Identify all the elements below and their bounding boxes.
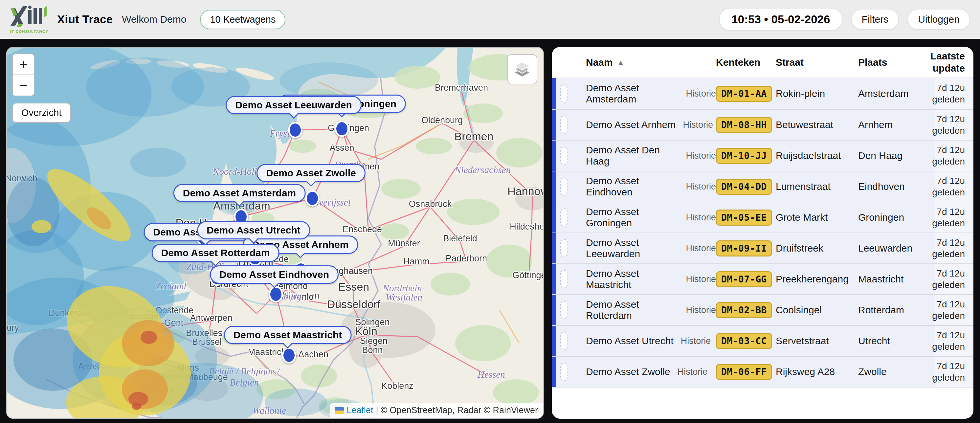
asset-tooltip[interactable]: Demo Asset Utrecht <box>197 221 310 239</box>
update-age-suffix: geleden <box>932 279 965 291</box>
street-name: Servetstraat <box>776 335 829 347</box>
straat-cell: Coolsingel <box>776 295 858 325</box>
overview-button[interactable]: Overzicht <box>12 103 71 123</box>
kenteken-cell: DM-05-EE <box>716 202 776 232</box>
row-drag-handle[interactable] <box>560 146 568 165</box>
app-title: Xiut Trace <box>57 13 113 26</box>
column-header-kenteken[interactable]: Kenteken <box>716 57 776 68</box>
asset-tooltip[interactable]: Demo Asset Eindhoven <box>210 266 339 284</box>
historie-link[interactable]: Historie <box>686 213 716 223</box>
attribution-text: | © OpenStreetMap, Radar © RainViewer <box>376 405 538 415</box>
street-name: Druifstreek <box>776 243 823 254</box>
plaats-cell: Rotterdam <box>858 295 935 325</box>
column-header-plaats[interactable]: Plaats <box>858 57 935 68</box>
row-drag-handle[interactable] <box>560 239 568 258</box>
row-drag-handle[interactable] <box>560 332 568 350</box>
historie-link[interactable]: Historie <box>678 367 708 377</box>
row-handle-cell <box>556 78 586 109</box>
straat-cell: Grote Markt <box>776 202 858 232</box>
straat-cell: Druifstreek <box>776 233 858 263</box>
zoom-out-button[interactable]: − <box>13 75 34 95</box>
laatste-update-cell: 7d 12ugeleden <box>935 202 974 232</box>
asset-name: Demo Asset Zwolle <box>586 366 670 377</box>
asset-tooltip[interactable]: Demo Asset Amsterdam <box>173 184 306 202</box>
update-age: 7d 12u <box>937 175 965 186</box>
table-row[interactable]: Demo Asset LeeuwardenHistorieDM-09-IIDru… <box>552 232 974 263</box>
historie-link[interactable]: Historie <box>686 274 716 285</box>
asset-name-cell: Demo Asset GroningenHistorie <box>586 202 716 232</box>
asset-name-cell: Demo Asset ArnhemHistorie <box>586 110 716 140</box>
xiut-logo-subtext: IT CONSULTANCY <box>10 30 49 33</box>
table-row[interactable]: Demo Asset ZwolleHistorieDM-06-FFRijkswe… <box>552 356 974 387</box>
row-drag-handle[interactable] <box>560 177 568 196</box>
leaflet-link[interactable]: Leaflet <box>347 405 373 415</box>
historie-link[interactable]: Historie <box>681 336 711 346</box>
logout-button[interactable]: Uitloggen <box>907 9 970 30</box>
asset-tooltip[interactable]: Demo Asset Rotterdam <box>152 244 280 262</box>
asset-tooltip[interactable]: Demo Asset Leeuwarden <box>226 96 361 114</box>
street-name: Ruijsdaelstraat <box>776 150 841 161</box>
table-row[interactable]: Demo Asset AmsterdamHistorieDM-01-AARoki… <box>552 78 974 109</box>
historie-link[interactable]: Historie <box>686 89 716 99</box>
table-row[interactable]: Demo Asset UtrechtHistorieDM-03-CCServet… <box>552 325 974 356</box>
update-age: 7d 12u <box>937 113 965 125</box>
place-name: Zwolle <box>858 366 887 377</box>
row-drag-handle[interactable] <box>560 363 568 381</box>
table-row[interactable]: Demo Asset MaastrichtHistorieDM-07-GGPre… <box>552 263 974 294</box>
column-header-straat[interactable]: Straat <box>776 57 858 68</box>
asset-marker[interactable] <box>282 347 296 364</box>
historie-link[interactable]: Historie <box>683 120 713 130</box>
asset-marker[interactable] <box>305 190 320 207</box>
street-name: Lumenstraat <box>776 181 830 192</box>
filters-button[interactable]: Filters <box>851 9 899 30</box>
table-row[interactable]: Demo Asset GroningenHistorieDM-05-EEGrot… <box>552 202 974 232</box>
row-drag-handle[interactable] <box>560 208 568 227</box>
asset-marker[interactable] <box>269 286 283 302</box>
asset-name: Demo Asset Utrecht <box>586 335 674 347</box>
plaats-cell: Leeuwarden <box>858 233 935 263</box>
column-header-laatste-update[interactable]: Laatste update <box>935 50 974 74</box>
update-age: 7d 12u <box>937 360 965 372</box>
row-handle-cell <box>556 172 586 202</box>
laatste-update-cell: 7d 12ugeleden <box>935 295 974 325</box>
asset-count-badge: 10 Keetwagens <box>200 10 285 29</box>
map-panel[interactable]: BremerhavenOldenburgBremenOsnabrückHanno… <box>6 47 544 419</box>
asset-tooltip[interactable]: Demo Asset Zwolle <box>256 164 366 182</box>
asset-tooltip-label: Demo Asset Maastricht <box>234 329 342 340</box>
update-age: 7d 12u <box>937 82 965 94</box>
row-drag-handle[interactable] <box>560 270 568 288</box>
table-row[interactable]: Demo Asset ArnhemHistorieDM-08-HHBetuwes… <box>552 109 974 140</box>
license-plate-badge: DM-10-JJ <box>716 148 772 164</box>
asset-name-cell: Demo Asset EindhovenHistorie <box>586 172 716 202</box>
table-row[interactable]: Demo Asset EindhovenHistorieDM-04-DDLume… <box>552 171 974 202</box>
asset-tooltip-label: Demo Asset Utrecht <box>207 225 301 235</box>
place-name: Leeuwarden <box>858 243 912 254</box>
table-row[interactable]: Demo Asset Den HaagHistorieDM-10-JJRuijs… <box>552 140 974 171</box>
place-name: Rotterdam <box>858 304 904 316</box>
kenteken-cell: DM-08-HH <box>716 110 776 140</box>
historie-link[interactable]: Historie <box>686 151 716 161</box>
street-name: Rokin-plein <box>776 88 825 99</box>
row-drag-handle[interactable] <box>560 84 568 103</box>
asset-name: Demo Asset Amsterdam <box>586 83 679 105</box>
kenteken-cell: DM-01-AA <box>716 78 776 109</box>
asset-name: Demo Asset Den Haag <box>586 145 679 167</box>
asset-name-cell: Demo Asset UtrechtHistorie <box>586 326 716 356</box>
table-row[interactable]: Demo Asset RotterdamHistorieDM-02-BBCool… <box>552 294 974 325</box>
column-header-naam[interactable]: Naam ▲ <box>586 57 716 68</box>
asset-tooltip[interactable]: Demo Asset Maastricht <box>224 326 352 344</box>
asset-marker[interactable] <box>335 121 349 137</box>
zoom-in-button[interactable]: + <box>13 54 34 75</box>
street-name: Coolsingel <box>776 304 822 316</box>
column-label-naam: Naam <box>586 57 613 68</box>
row-drag-handle[interactable] <box>560 116 568 134</box>
asset-name: Demo Asset Eindhoven <box>586 175 679 198</box>
layers-control[interactable] <box>507 54 537 84</box>
street-name: Rijksweg A28 <box>776 366 835 377</box>
historie-link[interactable]: Historie <box>686 305 716 315</box>
row-drag-handle[interactable] <box>560 301 568 319</box>
historie-link[interactable]: Historie <box>686 243 716 254</box>
straat-cell: Rokin-plein <box>776 78 858 109</box>
historie-link[interactable]: Historie <box>686 181 716 192</box>
asset-marker[interactable] <box>288 122 302 138</box>
